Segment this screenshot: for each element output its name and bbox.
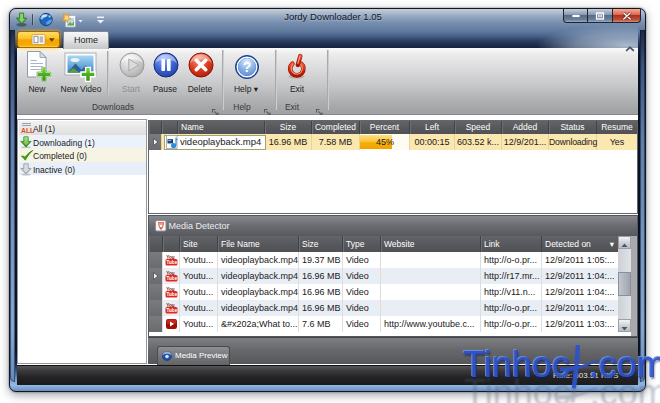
svg-text:You: You (166, 303, 175, 308)
svg-text:Tube: Tube (167, 276, 178, 281)
svg-text:Tube: Tube (167, 260, 178, 265)
svg-text:You: You (166, 271, 175, 276)
svg-text:?: ? (243, 59, 252, 75)
svg-text:Tube: Tube (167, 308, 178, 313)
svg-text:Tube: Tube (167, 292, 178, 297)
svg-text:You: You (166, 287, 175, 292)
svg-text:You: You (166, 255, 175, 260)
